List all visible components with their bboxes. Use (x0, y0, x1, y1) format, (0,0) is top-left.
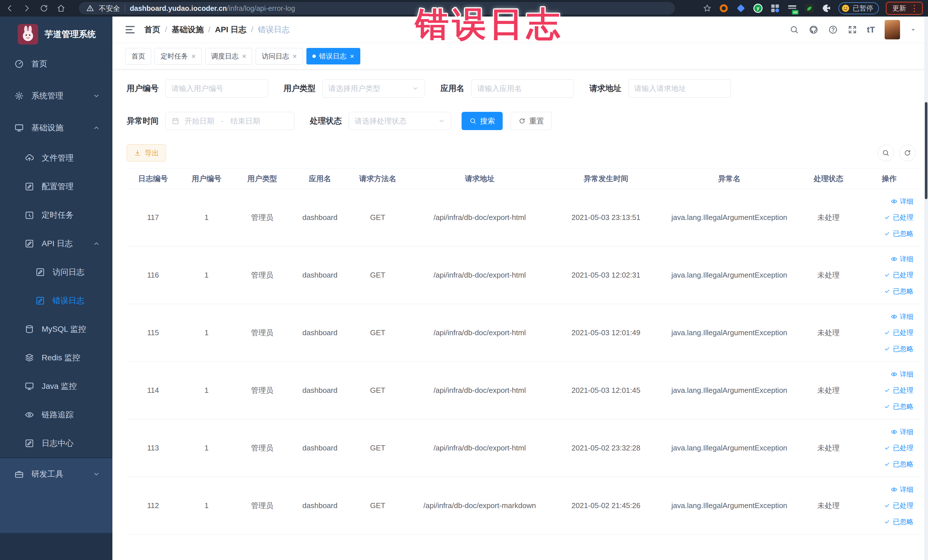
cell-user_type: 管理员 (234, 270, 291, 280)
action-processed[interactable]: 已处理 (884, 270, 913, 279)
app-logo[interactable]: 芋道管理系统 (0, 17, 112, 48)
action-processed[interactable]: 已处理 (884, 328, 913, 337)
caret-down-icon[interactable] (910, 26, 917, 33)
action-detail[interactable]: 详细 (891, 427, 913, 436)
sidebar-item-mysql[interactable]: MySQL 监控 (0, 315, 112, 343)
scrollbar-thumb[interactable] (925, 102, 927, 199)
user-type-select[interactable]: 请选择用户类型 (322, 79, 425, 98)
reload-icon[interactable] (40, 4, 49, 13)
sidebar-toggle-icon[interactable] (125, 26, 135, 34)
process-status-select[interactable]: 请选择处理状态 (349, 112, 451, 130)
action-detail[interactable]: 详细 (891, 312, 913, 321)
annotation-overlay-text: 错误日志 (415, 2, 563, 47)
browser-home-icon[interactable] (56, 4, 66, 13)
ext-orange-icon[interactable] (719, 3, 729, 14)
action-detail[interactable]: 详细 (891, 370, 913, 379)
action-label: 已处理 (893, 386, 913, 395)
paused-extension-badge[interactable]: 已暂停 (838, 2, 879, 14)
action-ignored[interactable]: 已忽略 (884, 402, 913, 411)
column-header-time: 异常发生时间 (553, 174, 659, 184)
action-label: 已忽略 (893, 402, 913, 411)
action-processed[interactable]: 已处理 (884, 501, 913, 510)
tags-view-tab[interactable]: 调度日志× (205, 48, 252, 64)
sidebar-item-log-center[interactable]: 日志中心 (0, 429, 112, 458)
app-name-input[interactable] (471, 79, 574, 98)
cell-user_id: 1 (179, 500, 234, 511)
redis-icon (24, 353, 34, 363)
url-path: /infra/log/api-error-log (227, 4, 295, 12)
date-range-input[interactable]: 开始日期 - 结束日期 (165, 112, 295, 130)
sidebar-item-api-log[interactable]: API 日志 (0, 229, 112, 258)
action-ignored[interactable]: 已忽略 (884, 287, 913, 296)
check-icon (884, 403, 891, 410)
action-processed[interactable]: 已处理 (884, 443, 913, 452)
tags-view-tab[interactable]: 错误日志× (307, 48, 360, 64)
sidebar-item-config[interactable]: 配置管理 (0, 172, 112, 201)
text-size-icon[interactable]: tT (867, 25, 875, 35)
sidebar-item-access-log[interactable]: 访问日志 (0, 258, 112, 287)
sidebar-item-infra[interactable]: 基础设施 (0, 112, 112, 144)
sidebar-item-dev-tools[interactable]: 研发工具 (0, 458, 112, 490)
close-icon[interactable]: × (350, 52, 354, 60)
breadcrumb-item[interactable]: 首页 (144, 24, 160, 35)
action-ignored[interactable]: 已忽略 (884, 459, 913, 469)
export-button[interactable]: 导出 (127, 144, 166, 162)
cell-app_name: dashboard (291, 500, 349, 511)
ext-leaf-icon[interactable] (804, 3, 815, 14)
tags-view-tab[interactable]: 访问日志× (256, 48, 303, 64)
action-ignored[interactable]: 已忽略 (884, 344, 913, 354)
action-label: 详细 (900, 370, 913, 379)
close-icon[interactable]: × (242, 52, 246, 60)
action-detail[interactable]: 详细 (891, 485, 913, 494)
forward-icon[interactable] (22, 4, 31, 13)
reset-button[interactable]: 重置 (511, 112, 552, 130)
sidebar-menu: 首页系统管理基础设施文件管理配置管理定时任务API 日志访问日志错误日志MySQ… (0, 48, 112, 560)
ext-blue-icon[interactable] (736, 3, 746, 14)
action-detail[interactable]: 详细 (891, 255, 913, 264)
not-secure-warning-icon[interactable] (86, 4, 94, 12)
sidebar-item-file[interactable]: 文件管理 (0, 144, 112, 172)
search-button[interactable]: 搜索 (462, 112, 503, 130)
action-processed[interactable]: 已处理 (884, 386, 913, 395)
sidebar-item-system[interactable]: 系统管理 (0, 80, 112, 112)
tags-view-tab[interactable]: 首页 (125, 48, 151, 64)
fullscreen-icon[interactable] (847, 25, 857, 35)
sidebar-item-job[interactable]: 定时任务 (0, 201, 112, 229)
search-icon[interactable] (789, 25, 799, 35)
extensions-puzzle-icon[interactable] (821, 3, 832, 14)
sidebar-item-trace[interactable]: 链路追踪 (0, 401, 112, 429)
breadcrumb-separator: / (208, 25, 211, 34)
action-ignored[interactable]: 已忽略 (884, 229, 913, 238)
tags-view-tab[interactable]: 定时任务× (155, 48, 202, 64)
bookmark-star-icon[interactable] (703, 4, 712, 13)
sidebar-item-error-log[interactable]: 错误日志 (0, 287, 112, 315)
page-scrollbar[interactable] (924, 17, 928, 560)
action-ignored[interactable]: 已忽略 (884, 517, 913, 526)
toggle-search-button[interactable] (878, 145, 894, 161)
browser-menu-icon[interactable]: ⋮ (910, 4, 919, 12)
cell-method: GET (349, 385, 406, 395)
github-icon[interactable] (809, 25, 818, 35)
ext-green-icon[interactable]: y (753, 3, 763, 14)
close-icon[interactable]: × (191, 52, 196, 60)
breadcrumb-item[interactable]: 基础设施 (172, 24, 204, 35)
refresh-button[interactable] (899, 145, 916, 161)
action-detail[interactable]: 详细 (891, 197, 913, 206)
action-processed[interactable]: 已处理 (884, 213, 913, 222)
help-icon[interactable] (828, 25, 838, 35)
ext-grid-icon[interactable] (770, 3, 780, 14)
breadcrumb-item[interactable]: API 日志 (215, 24, 246, 35)
main-area: 首页/基础设施/API 日志/错误日志 tT 首页定时任务×调度日志×访问日志×… (112, 17, 928, 560)
emoji-icon (841, 4, 850, 12)
ext-switch-on-icon[interactable]: on (787, 3, 797, 14)
address-bar[interactable]: 不安全 dashboard.yudao.iocoder.cn/infra/log… (79, 2, 675, 15)
browser-update-button[interactable]: 更新 ⋮ (886, 2, 923, 15)
sidebar-item-java[interactable]: Java 监控 (0, 372, 112, 401)
user-id-input[interactable] (165, 79, 268, 98)
back-icon[interactable] (5, 4, 14, 13)
sidebar-item-redis[interactable]: Redis 监控 (0, 343, 112, 372)
sidebar-item-home[interactable]: 首页 (0, 48, 112, 80)
request-url-input[interactable] (628, 79, 731, 98)
close-icon[interactable]: × (292, 52, 297, 60)
avatar[interactable] (885, 20, 900, 40)
